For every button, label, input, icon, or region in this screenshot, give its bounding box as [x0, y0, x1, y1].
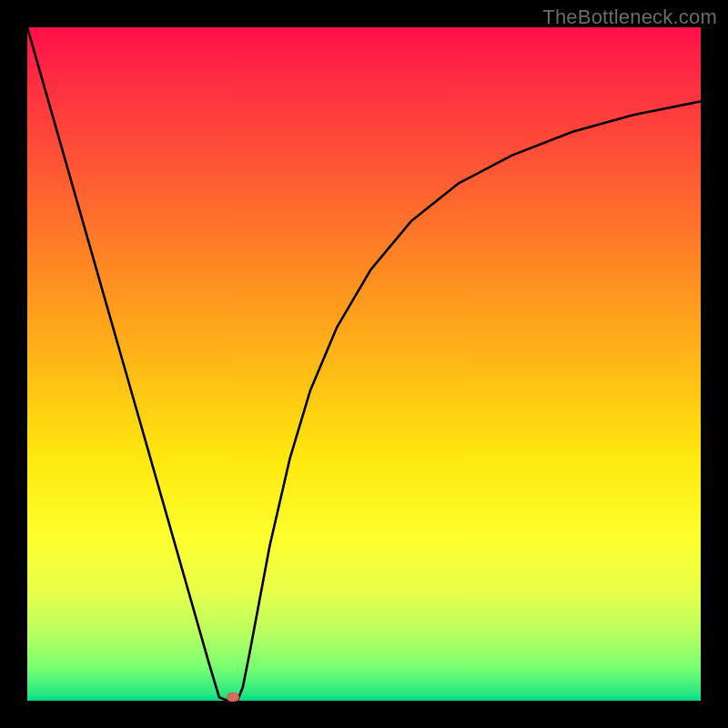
bottleneck-curve	[27, 27, 701, 701]
plot-area	[27, 27, 701, 701]
curve-layer	[27, 27, 701, 701]
optimum-marker	[227, 693, 239, 702]
watermark-text: TheBottleneck.com	[542, 5, 717, 29]
chart-frame: TheBottleneck.com	[0, 0, 728, 728]
